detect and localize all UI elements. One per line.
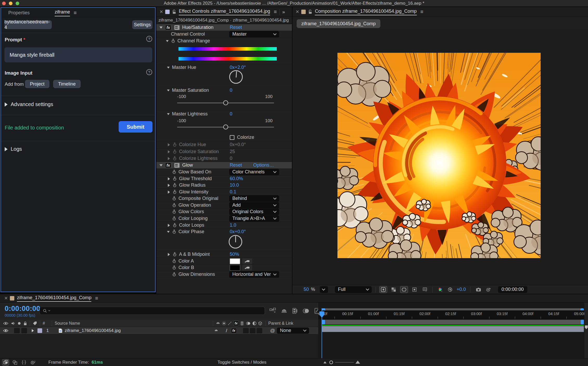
adjustment-layer-switch-icon[interactable] xyxy=(252,321,257,325)
composite-original-dropdown[interactable]: Behind xyxy=(229,195,279,202)
glow-dimensions-dropdown[interactable]: Horizontal and Ver xyxy=(229,271,279,278)
model-selector-button[interactable]: bytedance/seedream-4 xyxy=(4,20,52,29)
property-value[interactable]: 0.1 xyxy=(230,189,236,195)
twirl-down-icon[interactable] xyxy=(167,113,170,115)
twirl-right-icon[interactable] xyxy=(168,157,170,160)
timeline-zoom-knob[interactable] xyxy=(329,361,333,364)
twirl-down-icon[interactable] xyxy=(159,164,163,166)
close-panel-icon[interactable]: ✕ xyxy=(4,296,8,301)
submit-button[interactable]: Submit xyxy=(119,121,152,133)
reset-link[interactable]: Reset xyxy=(230,25,242,30)
eye-column-icon[interactable] xyxy=(3,322,8,325)
stopwatch-icon[interactable] xyxy=(172,183,177,187)
channel-range-gradient-bottom[interactable] xyxy=(178,57,277,61)
color-b-swatch[interactable] xyxy=(230,265,240,271)
stopwatch-icon[interactable] xyxy=(172,170,176,174)
twirl-right-icon[interactable] xyxy=(168,253,170,256)
twirl-right-icon[interactable] xyxy=(168,184,170,187)
timeline-zoom-track[interactable] xyxy=(335,362,354,363)
layer-fx-icon[interactable]: fx xyxy=(231,328,237,333)
logs-toggle[interactable]: Logs xyxy=(5,146,22,152)
layer-shy-icon[interactable] xyxy=(214,329,219,333)
stopwatch-icon[interactable] xyxy=(172,272,176,277)
colorize-checkbox[interactable] xyxy=(230,135,234,140)
grid-guides-icon[interactable] xyxy=(421,286,429,293)
lock-open-icon[interactable] xyxy=(308,10,312,14)
region-of-interest-icon[interactable] xyxy=(411,286,418,293)
work-area-end-handle[interactable] xyxy=(581,320,584,324)
glow-based-on-dropdown[interactable]: Color Channels xyxy=(229,169,279,175)
stopwatch-icon[interactable] xyxy=(172,252,177,257)
stopwatch-icon[interactable] xyxy=(172,196,176,201)
layer-duration-bar[interactable] xyxy=(322,326,584,332)
twirl-right-icon[interactable] xyxy=(168,191,170,194)
property-value[interactable]: 0 xyxy=(230,88,232,93)
expand-transfer-controls-icon[interactable] xyxy=(11,359,18,365)
fast-preview-icon[interactable] xyxy=(379,286,387,293)
layer-label-swatch[interactable] xyxy=(37,328,42,333)
snapshot-camera-icon[interactable] xyxy=(475,286,482,293)
stopwatch-icon[interactable] xyxy=(172,223,177,227)
twirl-right-icon[interactable] xyxy=(168,224,170,227)
composition-viewer[interactable] xyxy=(292,29,588,285)
effect-controls-tab[interactable]: Effect Controls ziframe_1760496100454.jp… xyxy=(179,9,270,15)
preview-timecode[interactable]: 0:00:00:00 xyxy=(498,286,527,293)
timeline-track-area[interactable]: 00:00f00:15f01:00f01:15f02:00f02:15f03:0… xyxy=(318,303,584,358)
glow-colors-dropdown[interactable]: Original Colors xyxy=(229,208,279,215)
stopwatch-icon[interactable] xyxy=(172,203,176,207)
prompt-help-icon[interactable]: ? xyxy=(146,36,152,42)
frame-blend-switch-icon[interactable] xyxy=(240,321,245,325)
composition-viewer-tab[interactable]: ziframe_1760496100454.jpg_Comp xyxy=(297,19,380,28)
eyedropper-icon[interactable] xyxy=(242,265,252,271)
layer-number-column[interactable]: # xyxy=(43,321,45,326)
close-panel-icon[interactable]: ✕ xyxy=(159,9,163,15)
zoom-value[interactable]: 50 xyxy=(304,287,309,292)
audio-slot[interactable] xyxy=(14,328,20,333)
timeline-tab[interactable]: ziframe_1760496100454.jpg_Comp xyxy=(17,295,91,302)
fx-switch-icon[interactable]: fx xyxy=(233,321,239,326)
show-snapshot-icon[interactable] xyxy=(484,286,492,293)
channel-control-dropdown[interactable]: Master xyxy=(229,31,279,38)
color-a-swatch[interactable] xyxy=(230,258,240,264)
panel-menu-icon[interactable]: ≡ xyxy=(274,9,277,15)
panel-menu-icon[interactable]: ≡ xyxy=(74,10,77,16)
composition-mini-flowchart-icon[interactable] xyxy=(270,308,276,314)
exposure-shutter-icon[interactable] xyxy=(446,286,454,293)
eyedropper-icon[interactable] xyxy=(242,258,252,264)
search-options-chevron-icon[interactable] xyxy=(48,309,50,311)
add-from-timeline-button[interactable]: Timeline xyxy=(53,80,81,88)
twirl-right-icon[interactable] xyxy=(168,143,170,146)
master-saturation-knob[interactable] xyxy=(223,100,228,105)
advanced-settings-toggle[interactable]: Advanced settings xyxy=(5,101,53,107)
color-looping-dropdown[interactable]: Triangle A>B>A xyxy=(229,215,279,222)
shy-switch-icon[interactable] xyxy=(216,321,220,326)
property-value[interactable]: 10.0 xyxy=(230,182,239,188)
channel-range-gradient-top[interactable] xyxy=(178,47,277,51)
motion-blur-switch-icon[interactable] xyxy=(246,321,251,325)
resolution-dropdown[interactable]: Full xyxy=(335,286,372,293)
stopwatch-icon[interactable] xyxy=(172,142,177,147)
layer-visibility-eye-icon[interactable] xyxy=(3,329,8,332)
tab-ziframe[interactable]: ziframe xyxy=(55,9,70,16)
twirl-right-icon[interactable] xyxy=(168,150,170,153)
panel-overflow-icon[interactable]: » xyxy=(282,9,285,15)
stopwatch-icon[interactable] xyxy=(172,210,176,214)
zoom-dropdown-button[interactable] xyxy=(320,286,328,293)
expand-layer-switches-icon[interactable] xyxy=(2,359,9,365)
twirl-down-icon[interactable] xyxy=(167,67,170,68)
work-area-start-handle[interactable] xyxy=(322,320,325,324)
stopwatch-icon[interactable] xyxy=(172,216,176,221)
3d-layer-switch-icon[interactable] xyxy=(258,321,262,325)
fx-enable-icon[interactable]: fx xyxy=(165,163,171,168)
glow-operation-dropdown[interactable]: Add xyxy=(229,202,279,209)
switch-slot[interactable] xyxy=(250,328,255,333)
stopwatch-icon[interactable] xyxy=(172,259,176,263)
layer-name[interactable]: ziframe_1760496100454.jpg xyxy=(65,328,121,333)
layer-expander-icon[interactable] xyxy=(32,329,34,332)
master-lightness-knob[interactable] xyxy=(223,125,228,129)
stopwatch-icon[interactable] xyxy=(172,265,176,270)
panel-menu-icon[interactable]: ≡ xyxy=(420,9,424,15)
time-ruler[interactable]: 00:00f00:15f01:00f01:15f02:00f02:15f03:0… xyxy=(318,310,584,319)
solo-slot[interactable] xyxy=(21,328,27,333)
stopwatch-icon[interactable] xyxy=(172,230,176,234)
